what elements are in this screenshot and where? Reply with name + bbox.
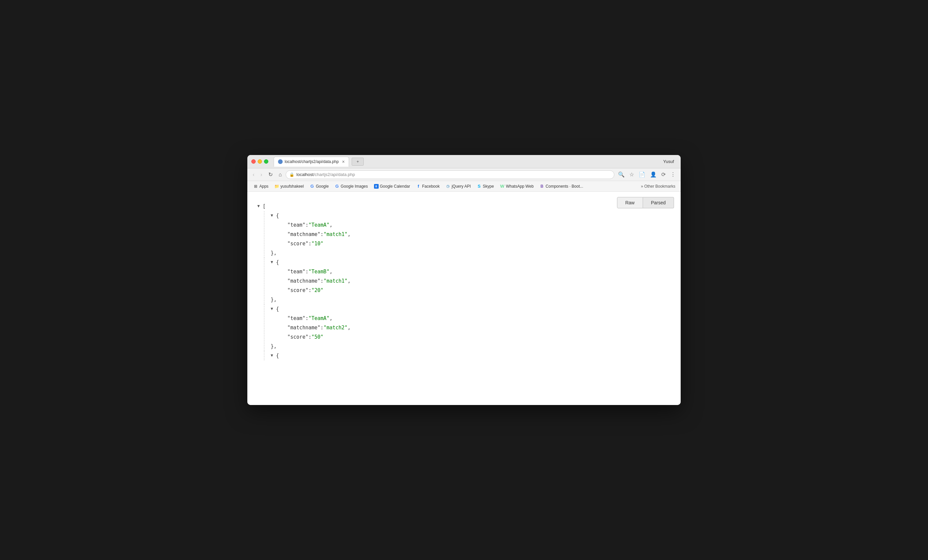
val-score-2: "50" <box>311 333 324 342</box>
val-matchname-2: "match2" <box>324 323 347 332</box>
json-object-0-container: ▼ { "team": "TeamA" , "matchname": "matc… <box>271 211 674 258</box>
json-obj1-matchname: "matchname": "match1" , <box>287 276 674 286</box>
bookmark-facebook-label: Facebook <box>422 184 440 189</box>
json-obj1-score: "score": "20" <box>287 286 674 295</box>
v-line-2 <box>264 304 264 351</box>
bookmark-google-images[interactable]: G Google Images <box>332 183 370 190</box>
facebook-icon: f <box>416 184 421 189</box>
bookmark-star-button[interactable]: ☆ <box>628 170 636 179</box>
key-team-2: "team": <box>287 314 308 323</box>
bookmark-facebook[interactable]: f Facebook <box>413 183 442 190</box>
json-obj0-score: "score": "10" <box>287 239 674 248</box>
bookmark-whatsapp-web[interactable]: W WhatsApp Web <box>498 183 536 190</box>
browser-window: localhost/chartjs2/api/data.php × + Yusu… <box>247 155 681 405</box>
json-object-0-body: "team": "TeamA" , "matchname": "match1" … <box>287 220 674 248</box>
jquery-icon: ◷ <box>446 184 450 189</box>
tab-bar: localhost/chartjs2/api/data.php × + <box>274 157 660 167</box>
bookmark-skype-label: Skype <box>483 184 494 189</box>
url-display: localhost/chartjs2/api/data.php <box>296 172 355 177</box>
bookmarks-more-button[interactable]: » Other Bookmarks <box>639 183 677 190</box>
json-object-3-open: ▼ { <box>271 351 674 360</box>
title-bar: localhost/chartjs2/api/data.php × + Yusu… <box>247 155 681 168</box>
bookmark-apps[interactable]: ⊞ Apps <box>251 183 271 190</box>
account-button[interactable]: 👤 <box>648 170 658 179</box>
forward-button[interactable]: › <box>258 170 264 179</box>
home-button[interactable]: ⌂ <box>277 170 284 179</box>
key-score-2: "score": <box>287 333 311 342</box>
new-tab-icon: + <box>357 159 359 164</box>
bookmarks-bar: ⊞ Apps 📁 yusufshakeel G Google G Google … <box>247 181 681 192</box>
v-line-3 <box>264 351 264 360</box>
val-team-2: "TeamA" <box>308 314 329 323</box>
json-object-1-body: "team": "TeamB" , "matchname": "match1" … <box>287 267 674 295</box>
back-button[interactable]: ‹ <box>251 170 256 179</box>
root-toggle[interactable]: ▼ <box>257 203 261 210</box>
apps-icon: ⊞ <box>253 184 258 189</box>
v-line-1 <box>264 258 264 304</box>
key-score-0: "score": <box>287 240 311 248</box>
bookmark-whatsapp-label: WhatsApp Web <box>506 184 534 189</box>
obj0-brace-open: { <box>276 211 279 220</box>
v-line-0 <box>264 211 264 258</box>
bootstrap-icon: B <box>540 184 544 189</box>
nav-bar: ‹ › ↻ ⌂ 🔒 localhost/chartjs2/api/data.ph… <box>247 168 681 181</box>
bookmark-yusufshakeel[interactable]: 📁 yusufshakeel <box>272 183 306 190</box>
google-images-icon: G <box>335 184 339 189</box>
json-object-1-close: }, <box>271 295 674 304</box>
obj0-brace-close: }, <box>271 249 277 258</box>
bookmark-google[interactable]: G Google <box>307 183 331 190</box>
menu-button[interactable]: ⋮ <box>669 170 677 179</box>
json-object-2-open: ▼ { <box>271 304 674 314</box>
sync-button[interactable]: ⟳ <box>660 170 667 179</box>
val-team-1: "TeamB" <box>308 267 329 276</box>
val-matchname-1: "match1" <box>324 277 347 286</box>
json-object-1-container: ▼ { "team": "TeamB" , "matchname": "matc… <box>271 258 674 304</box>
reader-mode-button[interactable]: 📄 <box>637 170 647 179</box>
bookmarks-more-label: » Other Bookmarks <box>641 184 675 189</box>
bookmark-jquery-label: jQuery API <box>452 184 471 189</box>
lock-icon: 🔒 <box>289 172 295 177</box>
maximize-button[interactable] <box>264 159 268 164</box>
val-matchname-0: "match1" <box>324 230 347 239</box>
obj2-toggle[interactable]: ▼ <box>271 305 275 313</box>
json-obj2-matchname: "matchname": "match2" , <box>287 323 674 332</box>
folder-icon: 📁 <box>274 184 279 189</box>
close-tab-icon[interactable]: × <box>342 159 345 164</box>
json-object-2-body: "team": "TeamA" , "matchname": "match2" … <box>287 314 674 342</box>
refresh-button[interactable]: ↻ <box>266 170 275 179</box>
obj1-toggle[interactable]: ▼ <box>271 259 275 266</box>
json-obj0-matchname: "matchname": "match1" , <box>287 230 674 239</box>
root-bracket-open: [ <box>263 202 266 211</box>
json-obj0-team: "team": "TeamA" , <box>287 220 674 230</box>
user-name: Yusuf <box>663 159 677 164</box>
close-button[interactable] <box>251 159 256 164</box>
obj1-brace-close: }, <box>271 295 277 304</box>
json-viewer: ▼ [ ▼ { "team": "TeamA" , "match <box>247 198 681 367</box>
json-object-0-open: ▼ { <box>271 211 674 220</box>
bookmark-google-label: Google <box>316 184 329 189</box>
obj0-toggle[interactable]: ▼ <box>271 212 275 219</box>
val-score-1: "20" <box>311 286 324 295</box>
search-button[interactable]: 🔍 <box>616 170 626 179</box>
obj3-toggle[interactable]: ▼ <box>271 352 275 359</box>
obj2-brace-close: }, <box>271 342 277 351</box>
skype-icon: S <box>477 184 481 189</box>
bookmark-google-calendar[interactable]: 8 Google Calendar <box>371 183 413 190</box>
obj3-brace-open: { <box>276 351 279 360</box>
key-score-1: "score": <box>287 286 311 295</box>
url-path: /chartjs2/api/data.php <box>314 172 355 177</box>
bookmark-jquery-api[interactable]: ◷ jQuery API <box>443 183 473 190</box>
bookmark-components-boot[interactable]: B Components · Boot... <box>537 183 586 190</box>
json-root-open: ▼ [ <box>257 201 674 211</box>
key-matchname-1: "matchname": <box>287 277 324 286</box>
json-object-2-close: }, <box>271 342 674 351</box>
bookmark-google-calendar-label: Google Calendar <box>380 184 411 189</box>
new-tab-button[interactable]: + <box>352 158 364 166</box>
bookmark-skype[interactable]: S Skype <box>474 183 496 190</box>
active-tab[interactable]: localhost/chartjs2/api/data.php × <box>274 157 349 167</box>
minimize-button[interactable] <box>258 159 262 164</box>
google-icon: G <box>310 184 314 189</box>
address-bar[interactable]: 🔒 localhost/chartjs2/api/data.php <box>285 170 614 179</box>
bookmark-apps-label: Apps <box>259 184 268 189</box>
json-obj1-team: "team": "TeamB" , <box>287 267 674 276</box>
